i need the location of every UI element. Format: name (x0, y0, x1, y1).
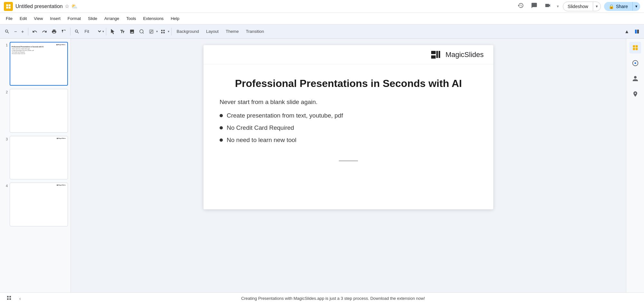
zoom-dropdown-arrow: ▾ (102, 30, 104, 33)
slideshow-button-group: Slideshow ▾ (563, 2, 601, 11)
svg-rect-13 (431, 55, 436, 59)
sidebar-toggle-button[interactable] (632, 28, 641, 35)
zoom-select[interactable]: Fit 50% 75% 100% 125% (82, 28, 102, 35)
svg-rect-25 (9, 298, 11, 300)
svg-rect-19 (635, 48, 638, 50)
menu-item-slide[interactable]: Slide (85, 15, 100, 22)
slide-preview-3: ▦ MagicSlides (10, 136, 68, 180)
zoom-level-button[interactable] (72, 28, 81, 35)
menu-item-help[interactable]: Help (167, 15, 183, 22)
bullet-text-1: Create presentation from text, youtube, … (227, 112, 343, 119)
redo-button[interactable] (40, 28, 49, 35)
svg-rect-16 (633, 45, 635, 48)
slide-thumb-2[interactable]: 2 (2, 88, 69, 133)
svg-rect-22 (7, 296, 9, 298)
sidebar-location-button[interactable] (630, 88, 641, 100)
svg-rect-18 (633, 48, 635, 50)
svg-rect-8 (161, 32, 162, 33)
title-bar: Untitled presentation ☆ ⛅ ▾ Slideshow ▾ … (0, 0, 644, 13)
separator-1 (28, 28, 28, 35)
sidebar-accessibility-button[interactable] (630, 57, 641, 69)
theme-button[interactable]: Theme (223, 28, 242, 35)
collapse-panel-button[interactable]: ‹ (18, 295, 22, 302)
menu-item-tools[interactable]: Tools (123, 15, 139, 22)
menu-item-format[interactable]: Format (64, 15, 84, 22)
slide-thumb-3[interactable]: 3▦ MagicSlides (2, 135, 69, 180)
right-sidebar (626, 39, 644, 292)
collapse-toolbar-button[interactable]: ▲ (622, 27, 631, 35)
lock-icon: 🔒 (609, 4, 614, 9)
toolbar: − + Fit 50% 75% 100% 125% ▾ (0, 24, 644, 39)
extras-button[interactable] (158, 28, 167, 35)
magic-slides-logo: MagicSlides (431, 50, 484, 59)
slide-number-2: 2 (3, 90, 8, 94)
bullet-dot-1 (220, 114, 223, 117)
slide-preview-2 (10, 89, 68, 133)
image-tool[interactable] (128, 28, 137, 35)
share-dropdown[interactable]: ▾ (632, 2, 640, 11)
print-button[interactable] (50, 28, 59, 35)
progress-line (339, 160, 358, 161)
search-replace-tool[interactable] (137, 28, 146, 35)
svg-rect-23 (9, 296, 11, 298)
share-button-group: 🔒 Share ▾ (604, 2, 640, 11)
slideshow-dropdown[interactable]: ▾ (593, 2, 601, 11)
layout-button[interactable]: Layout (203, 28, 222, 35)
extras-tool: ▾ (158, 28, 169, 35)
title-bar-right: ▾ Slideshow ▾ 🔒 Share ▾ (516, 1, 640, 12)
star-icon[interactable]: ☆ (65, 3, 69, 9)
svg-rect-7 (163, 30, 165, 31)
slide-body-small-1: • Never start from a blank slide again• … (12, 48, 66, 55)
line-tool-arrow[interactable]: ▾ (156, 30, 158, 33)
slide-progress (204, 157, 493, 165)
undo-button[interactable] (30, 28, 39, 35)
slide-main-title: Professional Presentations in Seconds wi… (220, 77, 477, 90)
sidebar-account-button[interactable] (630, 73, 641, 84)
slide-logo-small-3: ▦ MagicSlides (11, 138, 66, 139)
search-button[interactable] (3, 28, 12, 35)
slide-number-1: 1 (3, 43, 8, 47)
svg-rect-15 (439, 51, 440, 58)
text-tool[interactable] (118, 28, 127, 35)
svg-rect-11 (637, 30, 639, 33)
slide-subtitle: Never start from a blank slide again. (220, 99, 477, 106)
slide-panel: 1▦ MagicSlidesProfessional Presentations… (0, 39, 71, 292)
history-button[interactable] (516, 1, 526, 12)
slide-canvas[interactable]: MagicSlides Professional Presentations i… (204, 45, 493, 209)
menu-item-file[interactable]: File (3, 15, 16, 22)
camera-button[interactable] (543, 1, 553, 12)
paint-format-button[interactable] (59, 28, 68, 35)
bullet-text-3: No need to learn new tool (227, 137, 297, 144)
zoom-out-button[interactable]: − (12, 27, 19, 35)
menu-item-edit[interactable]: Edit (16, 15, 30, 22)
menu-item-view[interactable]: View (31, 15, 46, 22)
logo-text: MagicSlides (445, 51, 484, 59)
extras-arrow[interactable]: ▾ (168, 30, 169, 33)
comments-button[interactable] (529, 1, 539, 12)
slide-thumb-1[interactable]: 1▦ MagicSlidesProfessional Presentations… (2, 41, 69, 86)
line-tool[interactable] (147, 28, 156, 35)
menu-item-extensions[interactable]: Extensions (140, 15, 167, 22)
svg-rect-10 (635, 30, 637, 33)
cloud-save-icon[interactable]: ⛅ (71, 3, 78, 9)
svg-point-21 (634, 62, 636, 64)
slide-bullet-2: No Credit Card Required (220, 124, 477, 131)
slide-bullets: Create presentation from text, youtube, … (220, 112, 477, 144)
slide-bullet-1: Create presentation from text, youtube, … (220, 112, 477, 119)
sidebar-theme-button[interactable] (630, 42, 641, 53)
separator-2 (70, 28, 71, 35)
cursor-tool[interactable] (108, 28, 117, 35)
slide-title-small-1: Professional Presentations in Seconds wi… (12, 46, 66, 48)
transition-button[interactable]: Transition (242, 28, 267, 35)
slide-thumb-4[interactable]: 4▦ MagicSlides (2, 182, 69, 227)
zoom-in-button[interactable]: + (19, 27, 26, 35)
menu-item-insert[interactable]: Insert (47, 15, 64, 22)
slideshow-button[interactable]: Slideshow (563, 2, 593, 11)
presentation-title[interactable]: Untitled presentation (15, 4, 63, 9)
menu-bar: FileEditViewInsertFormatSlideArrangeTool… (0, 13, 644, 24)
svg-rect-6 (161, 30, 162, 31)
grid-view-button[interactable] (5, 294, 13, 303)
share-button[interactable]: 🔒 Share (604, 2, 632, 11)
background-button[interactable]: Background (174, 28, 202, 35)
menu-item-arrange[interactable]: Arrange (101, 15, 122, 22)
